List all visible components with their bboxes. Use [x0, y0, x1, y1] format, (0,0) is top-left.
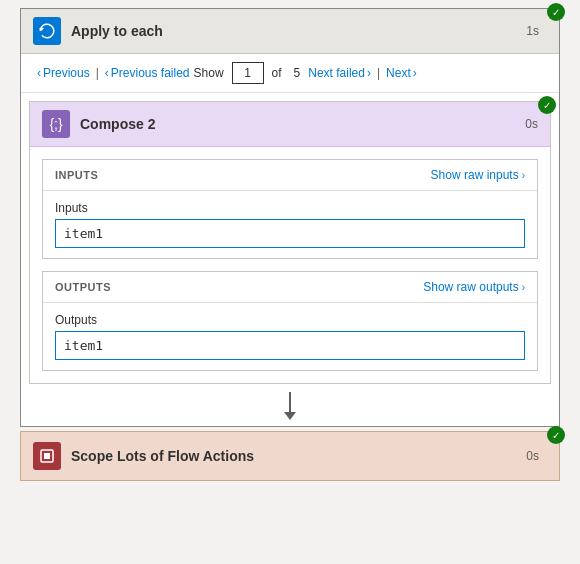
- show-raw-inputs-button[interactable]: Show raw inputs ›: [431, 168, 525, 182]
- previous-failed-button[interactable]: ‹ Previous failed: [105, 66, 190, 80]
- outputs-panel: OUTPUTS Show raw outputs › Outputs item1: [42, 271, 538, 371]
- scope-block[interactable]: Scope Lots of Flow Actions 0s ✓: [20, 431, 560, 481]
- outputs-field-value: item1: [55, 331, 525, 360]
- apply-to-each-success-badge: ✓: [547, 3, 565, 21]
- next-button[interactable]: Next ›: [386, 66, 417, 80]
- separator-1: |: [96, 66, 99, 80]
- show-label: Show: [194, 66, 224, 80]
- separator-2: |: [377, 66, 380, 80]
- arrow-line: [289, 392, 291, 412]
- of-text: of: [272, 66, 282, 80]
- compose-duration: 0s: [525, 117, 538, 131]
- compose-title: Compose 2: [80, 116, 525, 132]
- scope-success-badge: ✓: [547, 426, 565, 444]
- chevron-right-icon-2: ›: [522, 282, 525, 293]
- outputs-section-label: OUTPUTS: [55, 281, 111, 293]
- outputs-section-header: OUTPUTS Show raw outputs ›: [43, 272, 537, 303]
- loop-icon: [33, 17, 61, 45]
- total-pages: 5: [294, 66, 301, 80]
- arrow-head: [284, 412, 296, 420]
- compose-header[interactable]: {;} Compose 2 0s ✓: [30, 102, 550, 147]
- apply-to-each-duration: 1s: [526, 24, 539, 38]
- next-failed-button[interactable]: Next failed ›: [308, 66, 371, 80]
- page-input[interactable]: [232, 62, 264, 84]
- inputs-field-area: Inputs item1: [43, 191, 537, 258]
- apply-to-each-title: Apply to each: [71, 23, 526, 39]
- svg-rect-1: [44, 453, 50, 459]
- inputs-field-label: Inputs: [55, 201, 525, 215]
- inner-arrow-connector: [21, 392, 559, 420]
- outputs-field-label: Outputs: [55, 313, 525, 327]
- apply-to-each-container: Apply to each 1s ✓ ‹ Previous | ‹ Previo…: [20, 8, 560, 427]
- previous-button[interactable]: ‹ Previous: [37, 66, 90, 80]
- compose-block: {;} Compose 2 0s ✓ INPUTS Show raw input…: [29, 101, 551, 384]
- scope-icon: [33, 442, 61, 470]
- pagination-bar: ‹ Previous | ‹ Previous failed Show of 5…: [21, 54, 559, 93]
- compose-icon: {;}: [42, 110, 70, 138]
- outputs-field-area: Outputs item1: [43, 303, 537, 370]
- inputs-panel: INPUTS Show raw inputs › Inputs item1: [42, 159, 538, 259]
- compose-content: INPUTS Show raw inputs › Inputs item1: [30, 159, 550, 371]
- inputs-field-value: item1: [55, 219, 525, 248]
- show-raw-outputs-button[interactable]: Show raw outputs ›: [423, 280, 525, 294]
- inputs-section-header: INPUTS Show raw inputs ›: [43, 160, 537, 191]
- apply-to-each-header: Apply to each 1s ✓: [21, 9, 559, 54]
- main-wrapper: Apply to each 1s ✓ ‹ Previous | ‹ Previo…: [0, 0, 580, 564]
- scope-duration: 0s: [526, 449, 539, 463]
- inputs-section-label: INPUTS: [55, 169, 98, 181]
- compose-success-badge: ✓: [538, 96, 556, 114]
- scope-title: Scope Lots of Flow Actions: [71, 448, 526, 464]
- chevron-right-icon: ›: [522, 170, 525, 181]
